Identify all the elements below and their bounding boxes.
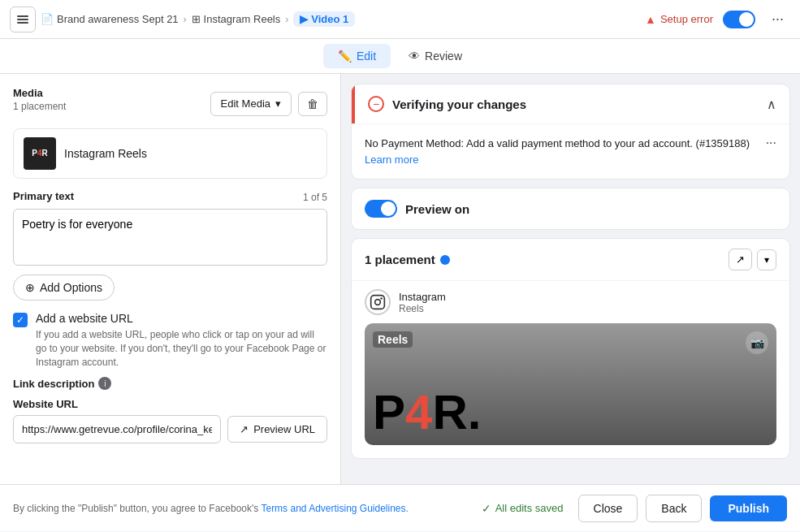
preview-on-card: Preview on <box>351 188 790 230</box>
back-button[interactable]: Back <box>646 495 702 522</box>
media-sub-label: 1 placement <box>13 101 66 112</box>
breadcrumb-sep-2: › <box>285 14 288 25</box>
add-website-info: Add a website URL If you add a website U… <box>36 312 327 369</box>
placement-card-header: 1 placement ↗ ▾ <box>352 239 789 280</box>
primary-text-label: Primary text <box>13 190 74 202</box>
link-description-row: Link description i <box>13 377 327 390</box>
bottom-bar: By clicking the "Publish" button, you ag… <box>0 484 800 531</box>
placement-name: Instagram Reels <box>64 147 147 160</box>
website-url-input[interactable] <box>13 415 221 443</box>
sidebar-toggle-button[interactable] <box>10 6 36 32</box>
external-link-button[interactable]: ↗ <box>729 249 752 270</box>
collapse-button[interactable]: ∧ <box>767 97 776 112</box>
learn-more-link[interactable]: Learn more <box>365 154 418 166</box>
more-options-button[interactable]: ··· <box>765 7 790 31</box>
camera-icon: 📷 <box>746 331 768 354</box>
video-icon: ▶ <box>300 13 308 25</box>
check-icon: ✓ <box>482 502 491 515</box>
svg-rect-0 <box>17 15 28 17</box>
p4r-logo: P4R. <box>373 388 481 437</box>
ig-label: Instagram <box>399 291 446 303</box>
ig-label-row: Instagram Reels <box>352 280 789 323</box>
saved-status: ✓ All edits saved <box>482 502 564 515</box>
setup-error-indicator: ▲ Setup error <box>645 13 713 26</box>
preview-on-label: Preview on <box>405 202 469 216</box>
media-actions: Edit Media ▾ 🗑 <box>210 92 327 116</box>
url-row: ↗ Preview URL <box>13 415 327 443</box>
preview-left: Preview on <box>365 200 469 218</box>
svg-rect-2 <box>17 22 28 24</box>
media-label: Media <box>13 87 66 99</box>
svg-point-4 <box>375 300 381 305</box>
file-icon: 📄 <box>41 13 54 25</box>
ig-sub-label: Reels <box>399 303 446 314</box>
primary-text-input[interactable] <box>13 209 327 266</box>
error-triangle-icon: ▲ <box>645 13 656 26</box>
placement-row: P4R Instagram Reels <box>13 128 327 179</box>
edit-icon: ✏️ <box>338 50 352 63</box>
placement-chevron-button[interactable]: ▾ <box>757 249 776 270</box>
external-link-icon: ↗ <box>240 423 249 435</box>
instagram-icon <box>365 289 391 315</box>
media-section-info: Media 1 placement <box>13 87 66 120</box>
trash-icon: 🗑 <box>307 97 318 110</box>
bottom-info-text: By clicking the "Publish" button, you ag… <box>13 503 474 514</box>
svg-rect-3 <box>371 296 385 309</box>
breadcrumb-sep-1: › <box>184 14 187 25</box>
breadcrumb: 📄 Brand awareness Sept 21 › ⊞ Instagram … <box>41 11 355 27</box>
verify-header: − Verifying your changes ∧ <box>352 84 789 123</box>
grid-icon: ⊞ <box>192 13 201 25</box>
add-website-checkbox[interactable]: ✓ <box>13 313 28 327</box>
plus-circle-icon: ⊕ <box>25 281 35 294</box>
verify-body: No Payment Method: Add a valid payment m… <box>352 123 789 179</box>
delete-media-button[interactable]: 🗑 <box>298 92 327 116</box>
tab-edit[interactable]: ✏️ Edit <box>323 44 391 68</box>
placement-header-left: 1 placement <box>365 253 450 266</box>
link-desc-info-icon[interactable]: i <box>98 377 111 390</box>
add-options-button[interactable]: ⊕ Add Options <box>13 275 115 301</box>
close-button[interactable]: Close <box>578 495 638 522</box>
error-circle-icon: − <box>368 96 384 112</box>
terms-link[interactable]: Terms and Advertising Guidelines. <box>261 503 408 514</box>
text-count: 1 of 5 <box>303 192 327 203</box>
main-layout: Media 1 placement Edit Media ▾ 🗑 P4R Ins… <box>0 74 800 484</box>
verify-left: − Verifying your changes <box>368 96 526 112</box>
verify-title: Verifying your changes <box>392 97 526 111</box>
verify-more-button[interactable]: ··· <box>766 136 776 150</box>
eye-icon: 👁 <box>409 50 420 63</box>
preview-toggle[interactable] <box>365 200 397 218</box>
link-desc-label: Link description <box>13 378 94 390</box>
edit-media-button[interactable]: Edit Media ▾ <box>210 92 292 116</box>
reels-bg: P4R. <box>365 323 776 445</box>
left-panel: Media 1 placement Edit Media ▾ 🗑 P4R Ins… <box>0 74 341 484</box>
tab-bar: ✏️ Edit 👁 Review <box>0 39 800 74</box>
breadcrumb-item-campaign[interactable]: 📄 Brand awareness Sept 21 <box>41 13 179 25</box>
svg-rect-1 <box>17 19 28 20</box>
chevron-down-icon: ▾ <box>275 97 281 110</box>
placement-status-dot <box>440 255 450 265</box>
primary-text-header: Primary text 1 of 5 <box>13 190 327 204</box>
nav-right: ▲ Setup error ··· <box>645 7 790 31</box>
placement-thumb: P4R <box>24 137 56 170</box>
add-website-label: Add a website URL <box>36 312 327 325</box>
svg-point-5 <box>380 297 383 300</box>
ad-toggle[interactable] <box>723 11 755 28</box>
top-nav: 📄 Brand awareness Sept 21 › ⊞ Instagram … <box>0 0 800 39</box>
add-website-desc: If you add a website URL, people who cli… <box>36 328 327 369</box>
ig-placement-info: Instagram Reels <box>399 291 446 314</box>
publish-button[interactable]: Publish <box>710 495 787 521</box>
placement-count-label: 1 placement <box>365 253 435 266</box>
tab-review[interactable]: 👁 Review <box>394 44 477 68</box>
preview-url-button[interactable]: ↗ Preview URL <box>227 416 327 443</box>
verify-card: − Verifying your changes ∧ No Payment Me… <box>351 84 790 179</box>
website-url-label: Website URL <box>13 398 327 410</box>
breadcrumb-item-ad[interactable]: ▶ Video 1 <box>293 11 355 27</box>
right-panel-content: − Verifying your changes ∧ No Payment Me… <box>341 74 800 469</box>
reels-label: Reels <box>373 331 413 348</box>
placement-header-right: ↗ ▾ <box>729 249 776 270</box>
add-website-row: ✓ Add a website URL If you add a website… <box>13 312 327 369</box>
reels-preview: P4R. Reels 📷 <box>365 323 776 445</box>
media-header: Media 1 placement Edit Media ▾ 🗑 <box>13 87 327 120</box>
placement-card: 1 placement ↗ ▾ <box>351 238 790 459</box>
breadcrumb-item-adset[interactable]: ⊞ Instagram Reels <box>192 13 281 25</box>
